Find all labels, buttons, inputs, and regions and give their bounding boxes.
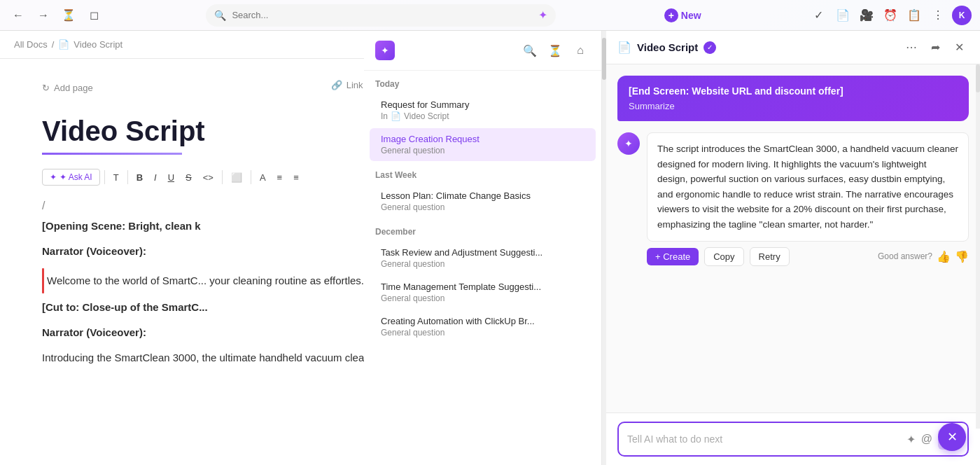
chat-doc-icon: 📄 [617,41,631,54]
history-item-sub-lesson: General question [381,202,584,212]
ask-ai-sparkle-icon: ✦ [50,172,57,182]
camera-icon[interactable]: 🎥 [857,6,876,25]
chat-messages: [End Screen: Website URL and discount of… [606,64,980,412]
retry-button[interactable]: Retry [750,247,790,266]
chat-more-button[interactable]: ⋯ [902,38,921,57]
copy-button[interactable]: Copy [704,247,743,266]
doc-icon[interactable]: 📄 [833,6,853,25]
breadcrumb-current: Video Script [74,39,122,50]
history-header: ✦ 🔍 ⏳ ⌂ [364,31,601,71]
create-button[interactable]: + Create [647,248,699,265]
browser-search-bar[interactable]: 🔍 ✦ [206,4,556,27]
history-clock-icon[interactable]: ⏳ [545,41,565,60]
history-item-sub-active: General question [381,146,584,155]
float-close-button[interactable]: ✕ [938,423,966,451]
check-icon[interactable]: ✓ [809,6,829,25]
browser-toolbar-icons: ✓ 📄 🎥 ⏰ 📋 ⋮ K [809,6,972,25]
chat-scrollbar-track[interactable] [976,64,980,429]
good-answer-label: Good answer? [878,251,932,261]
history-item-title-active: Image Creation Request [381,134,584,144]
thumbs-down-button[interactable]: 👎 [955,250,969,263]
tabs-button[interactable]: ◻ [84,6,104,25]
chat-panel: 📄 Video Script ✓ ⋯ ➦ ✕ [End Screen: Webs… [606,31,980,465]
section-december-label: December [364,218,601,241]
underline-button[interactable]: U [164,169,178,186]
ai-action-buttons: + Create Copy Retry Good answer? 👍 👎 [647,247,969,266]
ask-ai-label: ✦ Ask AI [59,172,92,182]
thumbs-up-button[interactable]: 👍 [937,250,951,263]
narrator-text-1: Welcome to the world of SmartC... your c… [47,272,370,289]
breadcrumb-all[interactable]: All Docs [14,39,48,50]
bold-button[interactable]: B [132,169,147,186]
new-plus-icon: + [664,8,678,22]
code-button[interactable]: <> [199,169,218,186]
strikethrough-button[interactable]: S [181,169,196,186]
history-item-automation[interactable]: Creating Automation with ClickUp Br... G… [370,310,596,343]
search-input[interactable] [232,10,533,20]
history-item-title-task: Task Review and Adjustment Suggesti... [381,247,584,258]
history-item-task-review[interactable]: Task Review and Adjustment Suggesti... G… [370,242,596,275]
history-item-sub-task: General question [381,259,584,269]
chat-input-box: ✦ @ → [617,422,969,457]
history-item-time-mgmt[interactable]: Time Management Template Suggesti... Gen… [370,276,596,309]
chat-overlay: ✦ 🔍 ⏳ ⌂ Today Request for Summary In 📄 V… [364,31,980,465]
purple-msg-text: Summarize [629,101,958,111]
chat-title: Video Script [637,41,698,53]
grid-icon[interactable]: ⋮ [928,6,948,25]
italic-button[interactable]: I [150,169,161,186]
image-button[interactable]: ⬜ [227,169,246,186]
chat-header: 📄 Video Script ✓ ⋯ ➦ ✕ [606,31,980,64]
back-button[interactable]: ← [8,6,28,25]
link-icon: 🔗 [331,80,342,90]
chat-scrollbar-thumb[interactable] [976,64,980,92]
section-today-label: Today [364,71,601,93]
ai-response-text: The script introduces the SmartClean 300… [647,132,969,242]
history-search-icon[interactable]: 🔍 [520,41,540,60]
add-page-icon: ↻ [42,83,50,93]
clipboard-icon[interactable]: 📋 [904,6,924,25]
ai-avatar-icon: ✦ [617,132,640,155]
ai-response: ✦ The script introduces the SmartClean 3… [617,132,969,242]
at-input-icon[interactable]: @ [921,433,932,445]
align-button[interactable]: ≡ [273,169,287,186]
add-page-label: Add page [54,83,93,93]
chat-close-button[interactable]: ✕ [949,38,969,57]
chat-expand-button[interactable]: ➦ [925,38,945,57]
browser-bar: ← → ⏳ ◻ 🔍 ✦ + New ✓ 📄 🎥 ⏰ 📋 ⋮ K [0,0,980,31]
new-button[interactable]: + New [659,6,707,25]
sparkle-input-icon[interactable]: ✦ [906,433,916,446]
ask-ai-button[interactable]: ✦ ✦ Ask AI [42,169,100,186]
avatar[interactable]: K [952,6,972,25]
search-icon: 🔍 [214,10,226,21]
history-logo-icon: ✦ [375,41,395,60]
history-button[interactable]: ⏳ [59,6,78,25]
alarm-icon[interactable]: ⏰ [881,6,900,25]
breadcrumb-sep: / [52,39,55,50]
history-home-icon[interactable]: ⌂ [570,41,590,60]
purple-message-bubble: [End Screen: Website URL and discount of… [617,76,969,121]
text-format-button[interactable]: T [109,169,123,186]
new-label: New [681,10,701,21]
history-item-title: Request for Summary [381,99,584,110]
chat-input-area: ✦ @ → [606,412,980,465]
history-item-sub-time: General question [381,293,584,303]
add-page-button[interactable]: ↻ Add page [42,80,93,96]
history-item-sub-auto: General question [381,328,584,338]
chat-input[interactable] [627,433,901,445]
text-cursor [42,268,44,293]
history-item-sub: In 📄 Video Script [381,111,584,121]
history-header-icons: 🔍 ⏳ ⌂ [520,41,590,60]
history-item-lesson-plan[interactable]: Lesson Plan: Climate Change Basics Gener… [370,185,596,218]
forward-button[interactable]: → [34,6,53,25]
list-button[interactable]: ≡ [289,169,303,186]
sparkle-icon: ✦ [538,8,547,22]
float-close-icon: ✕ [947,429,958,445]
history-item-title-time: Time Management Template Suggesti... [381,282,584,292]
history-item-image-creation[interactable]: Image Creation Request General question [370,128,596,161]
history-item-request-summary[interactable]: Request for Summary In 📄 Video Script [370,94,596,127]
text-color-button[interactable]: A [255,169,270,186]
doc-title-underline [42,153,182,155]
chat-header-actions: ⋯ ➦ ✕ [902,38,969,57]
history-sidebar: ✦ 🔍 ⏳ ⌂ Today Request for Summary In 📄 V… [364,31,602,465]
purple-msg-tag: [End Screen: Website URL and discount of… [629,85,958,97]
